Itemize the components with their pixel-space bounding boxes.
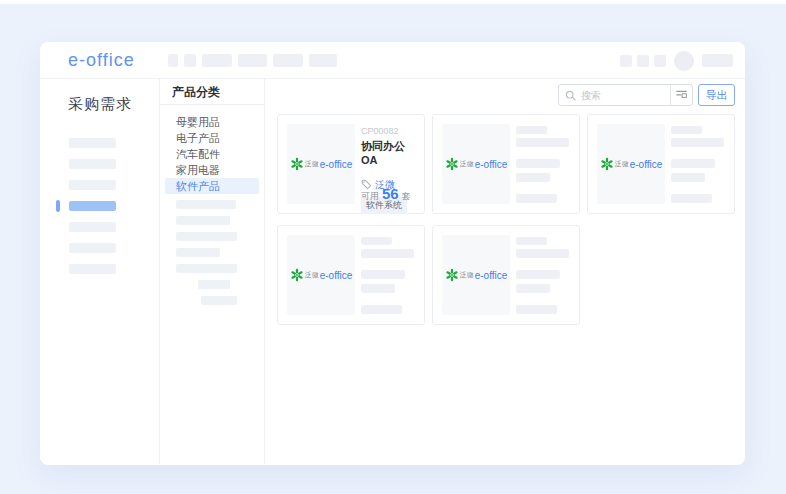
product-image: 泛微 e-office: [442, 235, 510, 315]
category-item-placeholder[interactable]: [176, 232, 237, 241]
header-actions: [620, 42, 733, 79]
filter-icon: [675, 86, 688, 104]
sidebar-item-active[interactable]: [40, 201, 159, 211]
skeleton-bar: [516, 159, 560, 168]
page-title: 采购需求: [68, 95, 159, 114]
nav-item-placeholder[interactable]: [202, 54, 232, 67]
category-list: 母婴用品 电子产品 汽车配件 家用电器 软件产品: [160, 105, 264, 305]
weaver-eoffice-logo: 泛微 e-office: [600, 157, 663, 171]
weaver-pinwheel-icon: [445, 268, 459, 282]
weaver-eoffice-logo: 泛微 e-office: [445, 157, 508, 171]
weaver-pinwheel-icon: [600, 157, 614, 171]
category-panel-title: 产品分类: [160, 79, 264, 105]
skeleton-bar: [361, 249, 414, 258]
username-placeholder: [702, 54, 733, 67]
category-item[interactable]: 电子产品: [160, 130, 264, 146]
nav-item-placeholder[interactable]: [273, 54, 303, 67]
left-sidebar: 采购需求: [40, 79, 160, 464]
skeleton-bar: [516, 284, 550, 293]
product-info: CP00082 协同办公OA 泛微 软件系统 可用 56 套: [361, 124, 415, 204]
sidebar-item-placeholder[interactable]: [40, 222, 159, 232]
availability-count: 56: [382, 185, 399, 202]
category-subitem-placeholder[interactable]: [198, 280, 230, 289]
skeleton-bar: [516, 305, 557, 314]
weaver-eoffice-logo: 泛微 e-office: [290, 157, 353, 171]
weaver-pinwheel-icon: [445, 157, 459, 171]
category-item[interactable]: 家用电器: [160, 162, 264, 178]
app-logo: e-office: [68, 42, 135, 79]
search-input[interactable]: [579, 90, 670, 101]
product-card-placeholder[interactable]: 泛微 e-office: [432, 225, 580, 325]
sidebar-item-placeholder[interactable]: [40, 180, 159, 190]
product-info-skeleton: [516, 235, 570, 315]
header-action-icon-placeholder[interactable]: [637, 55, 649, 67]
product-info-skeleton: [516, 124, 570, 204]
product-info-skeleton: [361, 235, 415, 315]
product-image: 泛微 e-office: [287, 124, 355, 204]
category-item-placeholder[interactable]: [176, 216, 230, 225]
avatar[interactable]: [674, 51, 694, 71]
skeleton-bar: [361, 305, 402, 314]
product-card-grid: 泛微 e-office CP00082 协同办公OA 泛微: [277, 114, 735, 325]
header-action-icon-placeholder[interactable]: [620, 55, 632, 67]
skeleton-bar: [516, 249, 569, 258]
nav-item-placeholder[interactable]: [309, 54, 337, 67]
header-action-icon-placeholder[interactable]: [654, 55, 666, 67]
app-window: e-office 采购需求: [40, 42, 745, 465]
product-image: 泛微 e-office: [442, 124, 510, 204]
skeleton-bar: [671, 126, 702, 134]
skeleton-bar: [671, 173, 705, 182]
nav-item-placeholder[interactable]: [184, 54, 196, 67]
product-card[interactable]: 泛微 e-office CP00082 协同办公OA 泛微: [277, 114, 425, 214]
skeleton-bar: [516, 237, 547, 245]
weaver-pinwheel-icon: [290, 157, 304, 171]
availability: 可用 56 套: [361, 185, 411, 203]
skeleton-bar: [361, 270, 405, 279]
skeleton-bar: [671, 194, 712, 203]
category-subitem-placeholder[interactable]: [201, 296, 237, 305]
skeleton-bar: [516, 173, 550, 182]
skeleton-bar: [671, 138, 724, 147]
category-item-placeholder[interactable]: [176, 248, 220, 257]
skeleton-bar: [361, 284, 395, 293]
sidebar-item-placeholder[interactable]: [40, 159, 159, 169]
toolbar: 导出: [277, 84, 735, 106]
skeleton-bar: [516, 126, 547, 134]
skeleton-bar: [671, 159, 715, 168]
export-button[interactable]: 导出: [698, 84, 735, 106]
search-box: [558, 84, 693, 106]
sidebar-menu: [40, 138, 159, 274]
nav-item-placeholder[interactable]: [168, 54, 178, 67]
product-name: 协同办公OA: [361, 139, 415, 166]
main-content: 导出 泛微 e-office CP00082 协同办公OA: [265, 79, 745, 464]
nav-item-placeholder[interactable]: [238, 54, 267, 67]
availability-unit: 套: [402, 190, 411, 203]
active-indicator: [56, 200, 60, 212]
skeleton-bar: [516, 194, 557, 203]
product-card-placeholder[interactable]: 泛微 e-office: [277, 225, 425, 325]
category-item-placeholder[interactable]: [176, 264, 237, 273]
skeleton-bar: [516, 138, 569, 147]
weaver-eoffice-logo: 泛微 e-office: [290, 268, 353, 282]
search-icon: [565, 90, 576, 101]
app-header: e-office: [40, 42, 745, 79]
availability-label: 可用: [361, 190, 379, 203]
category-panel: 产品分类 母婴用品 电子产品 汽车配件 家用电器 软件产品: [160, 79, 265, 464]
category-item[interactable]: 汽车配件: [160, 146, 264, 162]
category-item-selected[interactable]: 软件产品: [165, 178, 259, 194]
product-code: CP00082: [361, 126, 415, 136]
category-item[interactable]: 母婴用品: [160, 114, 264, 130]
sidebar-item-placeholder[interactable]: [40, 243, 159, 253]
top-strip: [0, 0, 786, 4]
weaver-pinwheel-icon: [290, 268, 304, 282]
weaver-eoffice-logo: 泛微 e-office: [445, 268, 508, 282]
product-info-skeleton: [671, 124, 725, 204]
skeleton-bar: [516, 270, 560, 279]
filter-addon[interactable]: [670, 85, 692, 105]
top-nav-menu: [168, 54, 337, 67]
category-item-placeholder[interactable]: [176, 200, 236, 209]
sidebar-item-placeholder[interactable]: [40, 264, 159, 274]
product-card-placeholder[interactable]: 泛微 e-office: [432, 114, 580, 214]
product-card-placeholder[interactable]: 泛微 e-office: [587, 114, 735, 214]
sidebar-item-placeholder[interactable]: [40, 138, 159, 148]
